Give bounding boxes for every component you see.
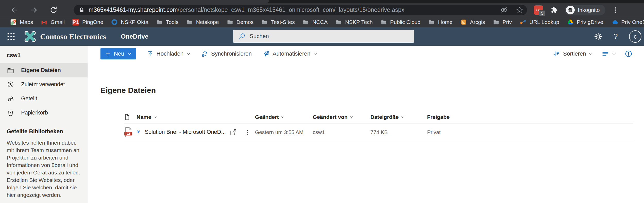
folder-icon bbox=[261, 19, 268, 25]
search-input[interactable] bbox=[250, 33, 410, 40]
shared-libraries-heading: Geteilte Bibliotheken bbox=[7, 128, 81, 135]
file-size: 774 KB bbox=[370, 129, 427, 135]
sidebar-item-my-files[interactable]: Eigene Dateien bbox=[0, 63, 88, 77]
bookmark-arcgis[interactable]: Arcgis bbox=[456, 18, 489, 26]
app-launcher-icon[interactable] bbox=[6, 31, 16, 42]
drive-name: csw1 bbox=[7, 52, 88, 59]
chevron-down-icon bbox=[154, 116, 157, 118]
bookmark-pingone[interactable]: P1 PingOne bbox=[69, 18, 107, 26]
app-name[interactable]: OneDrive bbox=[121, 33, 148, 40]
file-row[interactable]: Solution Brief - Microsoft OneD... Geste… bbox=[124, 123, 633, 141]
command-bar: Neu Hochladen Synchronisieren Automatisi… bbox=[88, 46, 644, 62]
bookmark-public-cloud-folder[interactable]: Public Cloud bbox=[377, 18, 425, 26]
folder-icon bbox=[335, 19, 342, 25]
new-button[interactable]: Neu bbox=[100, 48, 136, 59]
url-host: m365x415461-my.sharepoint.com bbox=[89, 6, 178, 13]
view-options-button[interactable] bbox=[601, 50, 616, 58]
share-icon[interactable] bbox=[229, 128, 237, 136]
bookmark-tools-folder[interactable]: Tools bbox=[152, 18, 182, 26]
bookmark-priv-onedrive[interactable]: Priv OneDrive bbox=[607, 18, 644, 26]
forward-icon[interactable] bbox=[30, 6, 38, 14]
account-avatar[interactable]: c bbox=[629, 30, 641, 43]
list-view-icon bbox=[601, 50, 609, 58]
bookmark-netskope-folder[interactable]: Netskope bbox=[182, 18, 223, 26]
extensions-puzzle-icon[interactable] bbox=[550, 6, 558, 14]
column-header-file-size[interactable]: Dateigröße bbox=[370, 114, 427, 120]
sync-button[interactable]: Synchronisieren bbox=[201, 50, 252, 57]
incognito-label: Inkognito bbox=[578, 7, 600, 13]
extension-badge: 5 bbox=[539, 10, 546, 17]
bookmark-priv-gdrive[interactable]: Priv gDrive bbox=[563, 18, 607, 26]
sidebar: csw1 Eigene Dateien Zuletzt verwendet Ge… bbox=[0, 46, 88, 203]
sidebar-item-recycle-bin[interactable]: Papierkorb bbox=[0, 106, 88, 120]
sidebar-item-shared[interactable]: Geteilt bbox=[0, 92, 88, 106]
settings-gear-icon[interactable] bbox=[594, 32, 602, 41]
google-drive-icon bbox=[567, 19, 574, 25]
bookmark-priv-folder[interactable]: Priv bbox=[489, 18, 516, 26]
shared-libraries-description: Websites helfen Ihnen dabei, mit Ihrem T… bbox=[7, 139, 82, 199]
bookmark-nskp-okta[interactable]: NSKP Okta bbox=[107, 18, 152, 26]
folder-icon bbox=[380, 19, 387, 25]
search-icon bbox=[238, 33, 245, 40]
upload-button[interactable]: Hochladen bbox=[147, 50, 190, 57]
password-manager-extension-icon[interactable]: 5 bbox=[534, 5, 543, 15]
url-path: /personal/netskope_csw1_m365x415461_onmi… bbox=[178, 6, 404, 13]
chevron-down-icon bbox=[401, 116, 404, 118]
history-icon bbox=[7, 81, 14, 89]
chevron-down-icon bbox=[612, 53, 616, 55]
column-header-modified[interactable]: Geändert bbox=[255, 114, 313, 120]
bookmark-test-sites-folder[interactable]: Test-Sites bbox=[257, 18, 299, 26]
back-icon[interactable] bbox=[10, 6, 19, 14]
folder-icon bbox=[302, 19, 309, 25]
bookmark-maps[interactable]: Maps bbox=[6, 18, 37, 26]
url-bar[interactable]: m365x415461-my.sharepoint.com/personal/n… bbox=[74, 5, 527, 15]
plus-icon bbox=[105, 51, 111, 57]
folder-icon bbox=[227, 19, 233, 25]
file-list-header: Name Geändert Geändert von Dateigröße Fr… bbox=[124, 111, 633, 123]
help-icon[interactable]: ? bbox=[614, 32, 618, 41]
details-info-icon[interactable] bbox=[625, 50, 632, 58]
browser-toolbar: m365x415461-my.sharepoint.com/personal/n… bbox=[0, 3, 644, 17]
bookmark-home-folder[interactable]: Home bbox=[424, 18, 456, 26]
people-icon bbox=[7, 95, 14, 103]
chevron-down-icon bbox=[350, 116, 353, 118]
reload-icon[interactable] bbox=[49, 6, 58, 14]
document-type-column-icon[interactable] bbox=[124, 114, 137, 120]
page-title: Eigene Dateien bbox=[100, 86, 156, 95]
folder-icon bbox=[156, 19, 163, 25]
browser-menu-icon[interactable] bbox=[612, 6, 619, 14]
folder-icon bbox=[428, 19, 435, 25]
bookmark-ncca-folder[interactable]: NCCA bbox=[299, 18, 332, 26]
bookmark-nskp-tech-folder[interactable]: NSKP Tech bbox=[332, 18, 377, 26]
bookmark-gmail[interactable]: Gmail bbox=[37, 18, 69, 26]
file-list: Name Geändert Geändert von Dateigröße Fr… bbox=[124, 111, 633, 141]
bookmark-demos-folder[interactable]: Demos bbox=[223, 18, 258, 26]
sync-icon bbox=[201, 50, 208, 57]
folder-icon bbox=[7, 67, 14, 74]
active-tab-remnant[interactable] bbox=[0, 0, 269, 3]
google-maps-icon bbox=[10, 19, 17, 25]
url-text: m365x415461-my.sharepoint.com/personal/n… bbox=[89, 6, 404, 13]
chevron-down-icon bbox=[281, 116, 284, 118]
incognito-badge: Inkognito bbox=[565, 5, 605, 15]
org-logo[interactable]: Contoso Electronics bbox=[24, 31, 106, 42]
search-box[interactable] bbox=[233, 30, 414, 43]
lock-icon bbox=[78, 7, 85, 13]
contoso-logo-icon bbox=[24, 31, 36, 42]
column-header-sharing[interactable]: Freigabe bbox=[427, 114, 633, 120]
trash-icon bbox=[7, 109, 14, 117]
browser-tab-strip bbox=[0, 0, 644, 3]
sort-button[interactable]: Sortieren bbox=[553, 50, 593, 57]
column-header-name[interactable]: Name bbox=[137, 114, 255, 120]
automate-button[interactable]: Automatisieren bbox=[262, 50, 317, 57]
upload-icon bbox=[147, 50, 154, 57]
file-name[interactable]: Solution Brief - Microsoft OneD... bbox=[145, 129, 226, 135]
visibility-off-icon[interactable] bbox=[500, 6, 508, 14]
bookmark-url-lookup[interactable]: URL Lookup bbox=[516, 18, 563, 26]
bookmark-star-icon[interactable] bbox=[516, 6, 523, 14]
more-options-icon[interactable] bbox=[245, 129, 250, 136]
netskope-lookup-icon bbox=[520, 19, 526, 25]
column-header-modified-by[interactable]: Geändert von bbox=[313, 114, 370, 120]
sidebar-item-recent[interactable]: Zuletzt verwendet bbox=[0, 77, 88, 92]
pdf-file-icon bbox=[124, 127, 137, 138]
